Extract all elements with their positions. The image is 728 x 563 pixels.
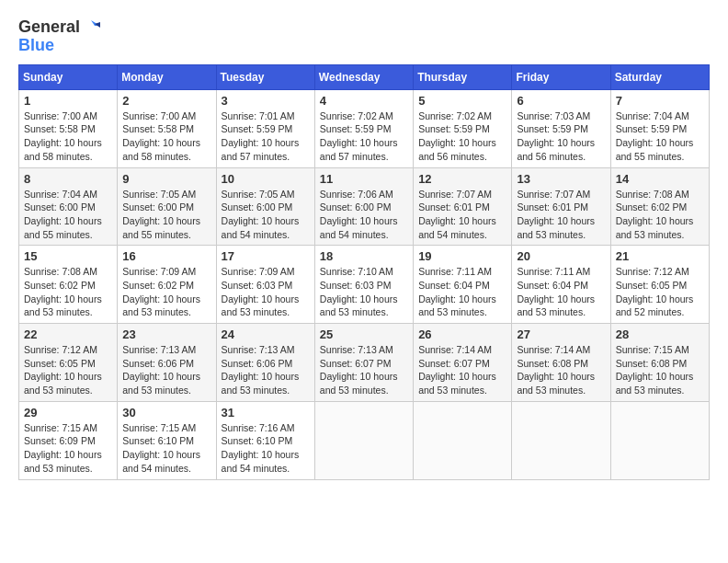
day-cell: 14Sunrise: 7:08 AMSunset: 6:02 PMDayligh… [610,167,709,246]
day-number: 12 [418,172,506,186]
day-cell: 23Sunrise: 7:13 AMSunset: 6:06 PMDayligh… [118,324,216,402]
day-info: Sunrise: 7:04 AMSunset: 5:59 PMDaylight:… [616,109,704,164]
day-cell [512,401,610,479]
day-number: 21 [616,249,704,263]
day-cell [414,401,512,479]
day-cell: 5Sunrise: 7:02 AMSunset: 5:59 PMDaylight… [414,89,512,167]
day-number: 19 [418,249,506,263]
header-wednesday: Wednesday [314,64,413,89]
day-cell: 31Sunrise: 7:16 AMSunset: 6:10 PMDayligh… [216,401,314,479]
logo-blue-text: Blue [18,37,100,55]
day-info: Sunrise: 7:15 AMSunset: 6:09 PMDaylight:… [24,421,112,476]
week-row-4: 22Sunrise: 7:12 AMSunset: 6:05 PMDayligh… [19,324,710,402]
day-cell: 21Sunrise: 7:12 AMSunset: 6:05 PMDayligh… [610,246,709,324]
day-info: Sunrise: 7:00 AMSunset: 5:58 PMDaylight:… [24,109,112,164]
day-cell: 18Sunrise: 7:10 AMSunset: 6:03 PMDayligh… [314,246,413,324]
day-info: Sunrise: 7:14 AMSunset: 6:07 PMDaylight:… [418,343,506,397]
day-number: 22 [24,327,112,341]
day-info: Sunrise: 7:12 AMSunset: 6:05 PMDaylight:… [616,265,704,319]
day-number: 25 [320,327,408,341]
day-cell: 28Sunrise: 7:15 AMSunset: 6:08 PMDayligh… [610,324,709,402]
logo-bird-icon [82,18,100,37]
day-cell: 16Sunrise: 7:09 AMSunset: 6:02 PMDayligh… [118,246,216,324]
day-info: Sunrise: 7:07 AMSunset: 6:01 PMDaylight:… [418,188,506,242]
day-info: Sunrise: 7:15 AMSunset: 6:10 PMDaylight:… [122,421,210,476]
day-cell: 15Sunrise: 7:08 AMSunset: 6:02 PMDayligh… [19,246,118,324]
day-info: Sunrise: 7:04 AMSunset: 6:00 PMDaylight:… [24,188,112,242]
day-number: 24 [222,327,310,341]
day-info: Sunrise: 7:11 AMSunset: 6:04 PMDaylight:… [418,265,506,319]
day-info: Sunrise: 7:07 AMSunset: 6:01 PMDaylight:… [517,188,605,242]
day-number: 3 [222,94,310,108]
day-info: Sunrise: 7:10 AMSunset: 6:03 PMDaylight:… [320,265,408,319]
day-cell: 6Sunrise: 7:03 AMSunset: 5:59 PMDaylight… [512,89,610,167]
day-number: 1 [24,94,112,108]
header-friday: Friday [512,64,610,89]
day-cell: 24Sunrise: 7:13 AMSunset: 6:06 PMDayligh… [216,324,314,402]
day-number: 29 [24,406,112,419]
day-cell: 7Sunrise: 7:04 AMSunset: 5:59 PMDaylight… [610,89,709,167]
day-cell: 19Sunrise: 7:11 AMSunset: 6:04 PMDayligh… [414,246,512,324]
day-number: 4 [320,94,408,108]
day-cell: 1Sunrise: 7:00 AMSunset: 5:58 PMDaylight… [19,89,118,167]
day-number: 17 [222,249,310,263]
day-info: Sunrise: 7:09 AMSunset: 6:03 PMDaylight:… [222,265,310,319]
day-cell [314,401,413,479]
day-cell: 2Sunrise: 7:00 AMSunset: 5:58 PMDaylight… [118,89,216,167]
day-info: Sunrise: 7:13 AMSunset: 6:06 PMDaylight:… [122,343,210,397]
header: General Blue [18,18,710,55]
day-number: 11 [320,172,408,186]
day-info: Sunrise: 7:06 AMSunset: 6:00 PMDaylight:… [320,188,408,242]
day-cell: 29Sunrise: 7:15 AMSunset: 6:09 PMDayligh… [19,401,118,479]
day-info: Sunrise: 7:15 AMSunset: 6:08 PMDaylight:… [616,343,704,397]
logo: General Blue [18,18,100,55]
day-number: 6 [517,94,605,108]
day-cell: 8Sunrise: 7:04 AMSunset: 6:00 PMDaylight… [19,167,118,246]
day-info: Sunrise: 7:00 AMSunset: 5:58 PMDaylight:… [122,109,210,164]
logo-general-text: General [18,18,80,37]
week-row-5: 29Sunrise: 7:15 AMSunset: 6:09 PMDayligh… [19,401,710,479]
day-cell: 25Sunrise: 7:13 AMSunset: 6:07 PMDayligh… [314,324,413,402]
week-row-1: 1Sunrise: 7:00 AMSunset: 5:58 PMDaylight… [19,89,710,167]
day-cell: 11Sunrise: 7:06 AMSunset: 6:00 PMDayligh… [314,167,413,246]
day-number: 31 [222,406,310,419]
day-number: 28 [616,327,704,341]
day-cell: 20Sunrise: 7:11 AMSunset: 6:04 PMDayligh… [512,246,610,324]
day-number: 16 [122,249,210,263]
day-number: 23 [122,327,210,341]
day-number: 10 [222,172,310,186]
day-number: 27 [517,327,605,341]
header-tuesday: Tuesday [216,64,314,89]
header-monday: Monday [118,64,216,89]
day-cell [610,401,709,479]
day-cell: 12Sunrise: 7:07 AMSunset: 6:01 PMDayligh… [414,167,512,246]
day-info: Sunrise: 7:08 AMSunset: 6:02 PMDaylight:… [616,188,704,242]
day-info: Sunrise: 7:05 AMSunset: 6:00 PMDaylight:… [122,188,210,242]
day-info: Sunrise: 7:13 AMSunset: 6:06 PMDaylight:… [222,343,310,397]
header-thursday: Thursday [414,64,512,89]
header-sunday: Sunday [19,64,118,89]
day-info: Sunrise: 7:05 AMSunset: 6:00 PMDaylight:… [222,188,310,242]
day-cell: 30Sunrise: 7:15 AMSunset: 6:10 PMDayligh… [118,401,216,479]
day-number: 18 [320,249,408,263]
day-number: 13 [517,172,605,186]
day-number: 5 [418,94,506,108]
calendar-header-row: SundayMondayTuesdayWednesdayThursdayFrid… [19,64,710,89]
day-info: Sunrise: 7:02 AMSunset: 5:59 PMDaylight:… [418,109,506,164]
day-cell: 4Sunrise: 7:02 AMSunset: 5:59 PMDaylight… [314,89,413,167]
day-cell: 3Sunrise: 7:01 AMSunset: 5:59 PMDaylight… [216,89,314,167]
calendar: SundayMondayTuesdayWednesdayThursdayFrid… [18,64,710,480]
day-cell: 27Sunrise: 7:14 AMSunset: 6:08 PMDayligh… [512,324,610,402]
day-info: Sunrise: 7:14 AMSunset: 6:08 PMDaylight:… [517,343,605,397]
week-row-2: 8Sunrise: 7:04 AMSunset: 6:00 PMDaylight… [19,167,710,246]
day-number: 30 [122,406,210,419]
header-saturday: Saturday [610,64,709,89]
day-info: Sunrise: 7:02 AMSunset: 5:59 PMDaylight:… [320,109,408,164]
day-number: 20 [517,249,605,263]
day-info: Sunrise: 7:13 AMSunset: 6:07 PMDaylight:… [320,343,408,397]
day-number: 7 [616,94,704,108]
week-row-3: 15Sunrise: 7:08 AMSunset: 6:02 PMDayligh… [19,246,710,324]
day-number: 8 [24,172,112,186]
day-cell: 26Sunrise: 7:14 AMSunset: 6:07 PMDayligh… [414,324,512,402]
day-info: Sunrise: 7:09 AMSunset: 6:02 PMDaylight:… [122,265,210,319]
